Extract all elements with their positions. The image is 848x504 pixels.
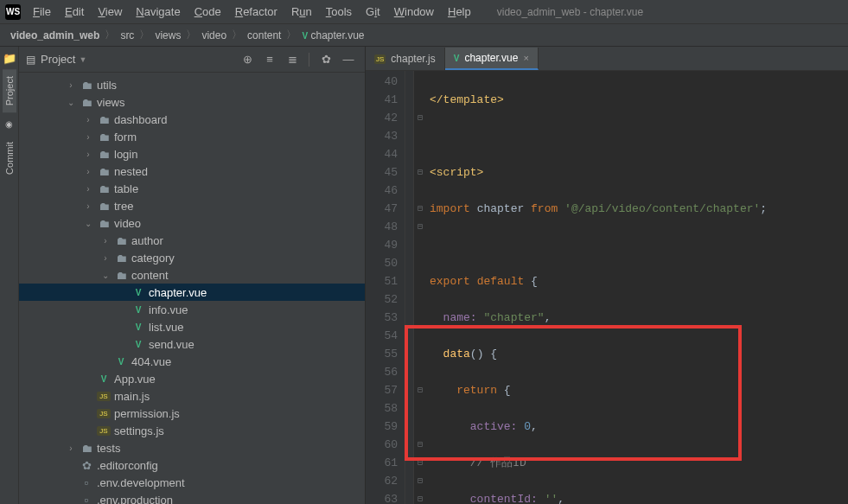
menu-navigate[interactable]: Navigate: [131, 3, 185, 20]
js-icon: JS: [374, 54, 386, 64]
tool-window-bar-left: 📁 Project ◉ Commit: [0, 47, 19, 504]
chevron-right-icon: ›: [66, 80, 76, 90]
folder-icon: 🖿: [97, 217, 111, 230]
chevron-right-icon: 〉: [186, 28, 196, 42]
tree-folder-login[interactable]: ›🖿login: [19, 145, 365, 163]
chevron-right-icon: ›: [100, 236, 111, 246]
breadcrumb-file[interactable]: V chapter.vue: [298, 29, 367, 41]
line-number-gutter: 4041424344454647484950515253545556575859…: [366, 71, 405, 504]
divider: [309, 53, 309, 67]
titlebar: WS File Edit View Navigate Code Refactor…: [0, 0, 848, 24]
menu-code[interactable]: Code: [189, 3, 226, 20]
chevron-right-icon: ›: [100, 253, 111, 263]
app-logo: WS: [5, 4, 21, 20]
chevron-right-icon: 〉: [232, 28, 242, 42]
tree-file-permission-js[interactable]: JSpermission.js: [19, 405, 365, 422]
vue-icon: V: [131, 305, 145, 315]
tree-folder-utils[interactable]: ›🖿utils: [19, 76, 365, 93]
tree-folder-video[interactable]: ⌄🖿video: [19, 214, 365, 232]
settings-button[interactable]: ✿: [316, 50, 335, 69]
chevron-right-icon: ›: [83, 184, 93, 194]
tree-file-404-vue[interactable]: V404.vue: [19, 353, 365, 370]
menu-file[interactable]: File: [28, 3, 56, 20]
chevron-down-icon[interactable]: ▼: [79, 55, 86, 64]
tree-folder-tests[interactable]: ›🖿tests: [19, 439, 365, 456]
project-tree[interactable]: ›🖿utils ⌄🖿views ›🖿dashboard ›🖿form ›🖿log…: [19, 73, 365, 504]
tree-folder-tree[interactable]: ›🖿tree: [19, 197, 365, 214]
menu-tools[interactable]: Tools: [321, 3, 357, 20]
tree-file-info-vue[interactable]: Vinfo.vue: [19, 301, 365, 318]
tree-folder-form[interactable]: ›🖿form: [19, 128, 365, 145]
menu-help[interactable]: Help: [443, 3, 476, 20]
editor-area: JSchapter.js Vchapter.vue× 4041424344454…: [366, 47, 848, 504]
chevron-right-icon: ›: [66, 443, 76, 453]
folder-icon: 🖿: [80, 79, 93, 92]
folder-icon: 🖿: [80, 96, 93, 109]
vue-icon: V: [131, 288, 145, 297]
folder-icon: 🖿: [97, 148, 111, 161]
tree-folder-dashboard[interactable]: ›🖿dashboard: [19, 111, 365, 128]
tree-folder-table[interactable]: ›🖿table: [19, 180, 365, 197]
locate-button[interactable]: ⊕: [238, 50, 257, 69]
hide-button[interactable]: —: [339, 50, 358, 69]
editor-tabs: JSchapter.js Vchapter.vue×: [366, 47, 848, 71]
menu-refactor[interactable]: Refactor: [230, 3, 283, 20]
tree-file-send-vue[interactable]: Vsend.vue: [19, 335, 365, 353]
breadcrumb-content[interactable]: content: [244, 29, 284, 41]
breadcrumb: video_admin_web 〉 src 〉 views 〉 video 〉 …: [0, 24, 848, 47]
folder-icon: 🖿: [97, 182, 111, 195]
tree-folder-content[interactable]: ⌄🖿content: [19, 266, 365, 284]
folder-icon: 🖿: [97, 131, 111, 144]
tree-file-main-js[interactable]: JSmain.js: [19, 387, 365, 405]
tree-file-settings-js[interactable]: JSsettings.js: [19, 422, 365, 439]
gear-icon: ✿: [80, 459, 93, 472]
chevron-down-icon: ⌄: [66, 98, 76, 107]
tree-file-editorconfig[interactable]: ✿.editorconfig: [19, 456, 365, 474]
main-menu: File Edit View Navigate Code Refactor Ru…: [28, 3, 476, 20]
tree-file-app-vue[interactable]: VApp.vue: [19, 370, 365, 387]
chevron-right-icon: 〉: [105, 28, 115, 42]
menu-edit[interactable]: Edit: [60, 3, 89, 20]
folder-icon: 🖿: [114, 252, 128, 265]
chevron-right-icon: ›: [83, 150, 93, 159]
tool-tab-commit[interactable]: Commit: [3, 135, 16, 182]
vue-icon: V: [302, 31, 308, 41]
code-editor[interactable]: 4041424344454647484950515253545556575859…: [366, 71, 848, 504]
collapse-all-button[interactable]: ≣: [283, 50, 302, 69]
tree-folder-views[interactable]: ⌄🖿views: [19, 93, 365, 111]
chevron-down-icon: ⌄: [100, 271, 111, 280]
vue-icon: V: [114, 357, 128, 367]
tab-chapter-vue[interactable]: Vchapter.vue×: [445, 48, 539, 70]
tab-chapter-js[interactable]: JSchapter.js: [366, 48, 445, 70]
tree-file-list-vue[interactable]: Vlist.vue: [19, 318, 365, 335]
chevron-down-icon: ⌄: [83, 219, 93, 228]
chevron-right-icon: ›: [83, 132, 93, 142]
js-icon: JS: [97, 426, 111, 436]
menu-window[interactable]: Window: [389, 3, 439, 20]
tree-file-chapter-vue[interactable]: Vchapter.vue: [19, 284, 365, 301]
file-icon: ▫: [80, 476, 93, 489]
folder-icon: 🖿: [97, 113, 111, 126]
tree-folder-category[interactable]: ›🖿category: [19, 249, 365, 266]
menu-view[interactable]: View: [92, 3, 127, 20]
fold-gutter: ⊟⊟⊟⊟⊟⊟⊟⊟⊟: [414, 71, 426, 504]
menu-git[interactable]: Git: [360, 3, 386, 20]
breadcrumb-root[interactable]: video_admin_web: [7, 29, 103, 41]
project-panel: ▤ Project ▼ ⊕ ≡ ≣ ✿ — ›🖿utils ⌄🖿views ›🖿…: [19, 47, 366, 504]
breadcrumb-views[interactable]: views: [151, 29, 184, 41]
tree-folder-author[interactable]: ›🖿author: [19, 232, 365, 249]
breadcrumb-video[interactable]: video: [198, 29, 230, 41]
project-panel-title[interactable]: Project: [41, 53, 75, 66]
expand-all-button[interactable]: ≡: [260, 50, 279, 69]
tree-folder-nested[interactable]: ›🖿nested: [19, 163, 365, 180]
menu-run[interactable]: Run: [286, 3, 317, 20]
close-icon[interactable]: ×: [523, 53, 528, 63]
breadcrumb-src[interactable]: src: [117, 29, 137, 41]
tree-file-env-prod[interactable]: ▫.env.production: [19, 491, 365, 504]
code-content[interactable]: </template> <script> import chapter from…: [426, 71, 848, 504]
file-icon: ▫: [80, 494, 93, 505]
tree-file-env-dev[interactable]: ▫.env.development: [19, 474, 365, 491]
chevron-right-icon: ›: [83, 115, 93, 124]
tool-tab-project[interactable]: Project: [3, 69, 16, 112]
vue-icon: V: [97, 374, 111, 384]
